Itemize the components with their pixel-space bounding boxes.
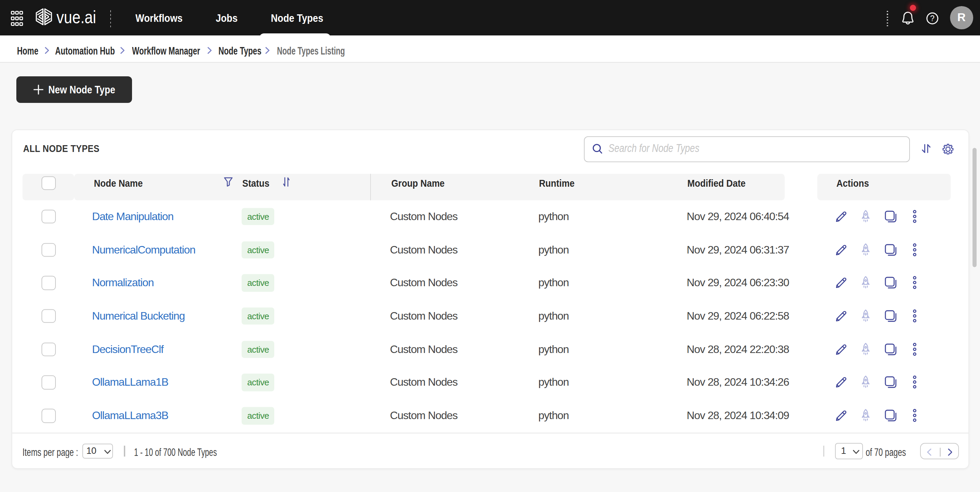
svg-text:?: ? xyxy=(930,14,935,22)
